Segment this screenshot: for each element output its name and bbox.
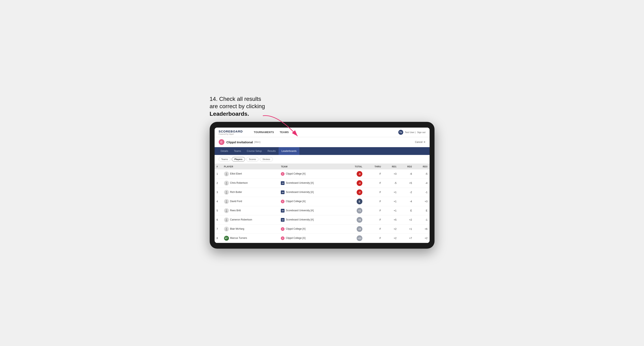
tablet-frame: SCOREBOARD Powered by clippd TOURNAMENTS…	[210, 122, 434, 249]
cell-pos: 7	[214, 224, 222, 234]
cell-pos: 8	[214, 234, 222, 243]
cell-thru: F	[364, 188, 383, 197]
cell-player: Cameron Robertson	[222, 215, 279, 224]
cell-rd1: +1	[383, 188, 398, 197]
table-row: 1 Elliot EbertCClippd College [A]-8F+3-6…	[214, 170, 430, 178]
cell-player: Blair McHarg	[222, 224, 279, 234]
cell-player: Rees Britt	[222, 206, 279, 215]
tablet-screen: SCOREBOARD Powered by clippd TOURNAMENTS…	[214, 128, 430, 243]
col-rd3: RD3	[414, 164, 430, 170]
cell-thru: F	[364, 234, 383, 243]
score-badge: +9	[357, 226, 362, 232]
team-logo: C	[281, 200, 284, 203]
sign-out-link[interactable]: Sign out	[417, 131, 425, 134]
team-name: Scoreboard University [A]	[286, 191, 314, 193]
player-name: Elliot Ebert	[230, 172, 242, 175]
cell-rd2: -4	[398, 197, 414, 206]
cell-total: E	[344, 197, 364, 206]
col-pos: #	[214, 164, 222, 170]
player-avatar	[224, 199, 229, 204]
cell-pos: 5	[214, 206, 222, 215]
cell-rd3: -5	[414, 170, 430, 178]
cell-rd3: +2	[414, 234, 430, 243]
instruction-bold: Leaderboards.	[210, 111, 249, 117]
team-name: Clippd College [A]	[286, 227, 305, 230]
svg-point-4	[226, 183, 227, 185]
table-row: 7 Blair McHargCClippd College [A]+9F+2+1…	[214, 224, 430, 234]
cell-rd2: +2	[398, 215, 414, 224]
score-badge: E	[357, 199, 362, 204]
table-row: 8MTMarcus TurnersCClippd College [A]+11F…	[214, 234, 430, 243]
player-avatar	[224, 208, 229, 213]
player-avatar	[224, 217, 229, 222]
nav-tournaments[interactable]: TOURNAMENTS	[251, 129, 277, 135]
tab-results[interactable]: Results	[265, 147, 278, 155]
player-avatar	[224, 181, 229, 185]
player-name: David Ford	[230, 200, 242, 203]
filter-strokes[interactable]: Strokes	[260, 157, 273, 162]
player-name: Blair McHarg	[230, 227, 244, 230]
svg-point-6	[226, 193, 227, 194]
score-badge: -8	[357, 171, 362, 177]
logo-area: SCOREBOARD Powered by clippd	[219, 130, 243, 135]
tournament-header: C Clippd Invitational (Men) Cancel ✕	[214, 137, 430, 147]
cancel-label: Cancel	[415, 141, 422, 144]
svg-point-9	[226, 209, 227, 211]
cell-rd2: +1	[398, 224, 414, 234]
cell-pos: 3	[214, 188, 222, 197]
cell-total: -4	[344, 178, 364, 188]
cell-rd2: -6	[398, 170, 414, 178]
filter-teams[interactable]: Teams	[219, 157, 230, 162]
tab-leaderboards[interactable]: Leaderboards	[278, 147, 300, 155]
cell-rd1: +5	[383, 215, 398, 224]
nav-teams[interactable]: TEAMS	[277, 129, 292, 135]
tab-course-setup[interactable]: Course Setup	[244, 147, 265, 155]
svg-point-3	[226, 182, 227, 183]
tab-teams[interactable]: Teams	[231, 147, 244, 155]
top-nav: SCOREBOARD Powered by clippd TOURNAMENTS…	[214, 128, 430, 137]
logo-title: SCOREBOARD	[219, 130, 243, 133]
team-logo: C	[281, 227, 284, 231]
cell-thru: F	[364, 197, 383, 206]
cell-rd1: -5	[383, 178, 398, 188]
leaderboard-table: # PLAYER TEAM TOTAL THRU RD1 RD2 RD3 1 E…	[214, 164, 430, 243]
team-logo: SB	[281, 209, 284, 212]
cancel-button[interactable]: Cancel ✕	[415, 141, 425, 144]
filter-players[interactable]: Players	[232, 157, 245, 162]
cell-pos: 6	[214, 215, 222, 224]
nav-right: TU Test User | Sign out	[398, 130, 426, 135]
user-initial: TU	[399, 131, 402, 134]
cancel-icon: ✕	[424, 141, 426, 144]
score-badge: -2	[357, 189, 362, 195]
col-team: TEAM	[279, 164, 344, 170]
cell-player: Rich Butler	[222, 188, 279, 197]
svg-point-7	[226, 200, 227, 201]
cell-total: +9	[344, 224, 364, 234]
tournament-gender: (Men)	[254, 141, 260, 144]
table-row: 2 Chris RobertsonSBScoreboard University…	[214, 178, 430, 188]
instruction-line2: are correct by clicking	[210, 103, 265, 109]
table-row: 5 Rees BrittSBScoreboard University [A]+…	[214, 206, 430, 215]
svg-point-14	[226, 229, 227, 231]
team-logo: SB	[281, 190, 284, 194]
col-player: PLAYER	[222, 164, 279, 170]
cell-team: SBScoreboard University [A]	[279, 215, 344, 224]
player-avatar	[224, 172, 229, 176]
tab-details[interactable]: Details	[218, 147, 231, 155]
filter-bar: Teams Players Scores Strokes	[214, 155, 430, 164]
filter-scores[interactable]: Scores	[246, 157, 258, 162]
svg-point-8	[226, 202, 227, 203]
svg-point-12	[226, 220, 227, 221]
cell-rd3: -1	[414, 215, 430, 224]
cell-team: SBScoreboard University [A]	[279, 206, 344, 215]
score-badge: +6	[357, 217, 362, 223]
cell-rd1: +3	[383, 170, 398, 178]
svg-point-1	[226, 173, 227, 174]
page-wrapper: 14. Check all results are correct by cli…	[210, 97, 434, 249]
cell-pos: 2	[214, 178, 222, 188]
team-name: Scoreboard University [A]	[286, 181, 314, 184]
cell-rd2: +5	[398, 178, 414, 188]
svg-point-11	[226, 219, 227, 220]
cell-rd3: -4	[414, 178, 430, 188]
cell-player: David Ford	[222, 197, 279, 206]
